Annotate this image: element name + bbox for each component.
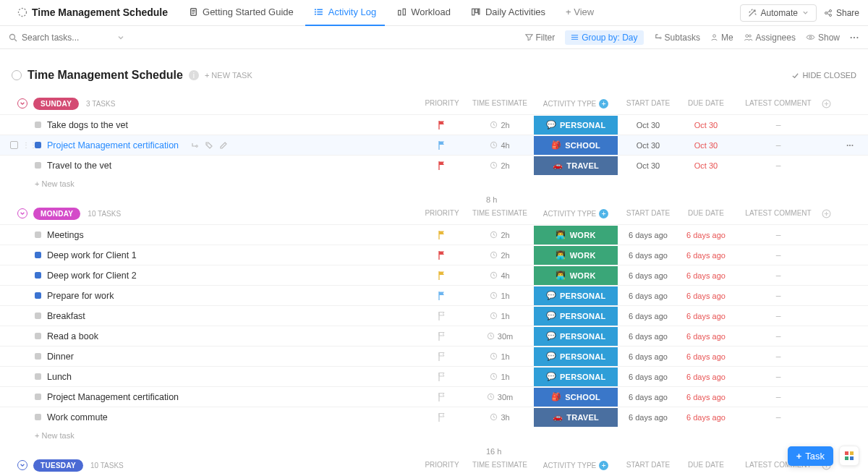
group-name-badge[interactable]: TUESDAY [33,459,83,472]
latest-comment-cell[interactable]: – [735,286,822,305]
priority-cell[interactable] [417,326,467,346]
activity-type-cell[interactable]: 🚗TRAVEL [532,407,619,427]
latest-comment-cell[interactable]: – [735,156,822,175]
col-due-header[interactable]: DUE DATE [677,99,735,109]
time-estimate-cell[interactable]: 30m [467,326,532,346]
start-date-cell[interactable]: Oct 30 [619,115,677,135]
col-time-header[interactable]: TIME ESTIMATE [467,461,532,470]
view-tab-workload[interactable]: Workload [388,0,459,26]
search-input[interactable] [22,33,101,43]
task-row[interactable]: ⋮⋮ Take dogs to the vet 2h 💬PERSONAL Oct… [0,114,868,135]
group-collapse-button[interactable] [17,460,27,470]
group-by-button[interactable]: Group by: Day [565,30,643,45]
activity-type-cell[interactable]: 💬PERSONAL [532,306,619,326]
due-date-cell[interactable]: 6 days ago [677,367,735,386]
status-square-icon[interactable] [35,414,41,420]
priority-cell[interactable] [417,367,467,386]
view-tab-getting-started-guide[interactable]: Getting Started Guide [179,0,302,26]
edit-icon[interactable] [219,141,228,150]
show-button[interactable]: Show [806,33,840,43]
status-circle-icon[interactable] [12,70,22,80]
col-comment-header[interactable]: LATEST COMMENT [735,209,822,218]
task-name[interactable]: Deep work for Client 2 [47,271,137,281]
task-row[interactable]: ⋮⋮ Project Management certification 30m … [0,386,868,407]
col-priority-header[interactable]: PRIORITY [417,209,467,218]
priority-cell[interactable] [417,407,467,427]
chevron-down-icon[interactable] [117,34,124,41]
row-more-button[interactable]: ··· [846,140,854,150]
latest-comment-cell[interactable]: – [735,135,822,155]
latest-comment-cell[interactable]: – [735,387,822,407]
status-square-icon[interactable] [35,313,41,319]
apps-float-button[interactable] [839,446,859,466]
search-box[interactable] [9,33,124,43]
status-square-icon[interactable] [35,162,41,169]
due-date-cell[interactable]: 6 days ago [677,347,735,366]
time-estimate-cell[interactable]: 2h [467,156,532,175]
new-task-header-button[interactable]: + NEW TASK [205,71,252,80]
start-date-cell[interactable]: 6 days ago [619,225,677,245]
latest-comment-cell[interactable]: – [735,306,822,326]
subtasks-button[interactable]: Subtasks [654,33,700,43]
task-row[interactable]: ⋮⋮ Work commute 3h 🚗TRAVEL 6 days ago 6 … [0,407,868,427]
task-name[interactable]: Project Management certification [47,392,179,402]
task-row[interactable]: ⋮⋮ Dinner 1h 💬PERSONAL 6 days ago 6 days… [0,346,868,366]
activity-type-cell[interactable]: 💬PERSONAL [532,115,619,135]
task-row[interactable]: ⋮⋮ Breakfast 1h 💬PERSONAL 6 days ago 6 d… [0,305,868,326]
time-estimate-cell[interactable]: 2h [467,225,532,245]
start-date-cell[interactable]: 6 days ago [619,306,677,326]
latest-comment-cell[interactable]: – [735,245,822,265]
share-button[interactable]: Share [824,8,859,18]
task-name[interactable]: Meetings [47,230,84,240]
due-date-cell[interactable]: 6 days ago [677,265,735,285]
due-date-cell[interactable]: Oct 30 [677,156,735,175]
priority-cell[interactable] [417,115,467,135]
status-square-icon[interactable] [35,231,41,238]
activity-type-cell[interactable]: 💬PERSONAL [532,326,619,346]
time-estimate-cell[interactable]: 1h [467,306,532,326]
latest-comment-cell[interactable]: – [735,407,822,427]
priority-cell[interactable] [417,286,467,305]
col-start-header[interactable]: START DATE [619,209,677,218]
task-name[interactable]: Breakfast [47,311,85,321]
task-name[interactable]: Read a book [47,331,98,341]
priority-cell[interactable] [417,156,467,175]
due-date-cell[interactable]: 6 days ago [677,245,735,265]
latest-comment-cell[interactable]: – [735,326,822,346]
activity-type-cell[interactable]: 🎒SCHOOL [532,135,619,155]
view-tab-activity-log[interactable]: Activity Log [305,0,385,26]
col-comment-header[interactable]: LATEST COMMENT [735,99,822,109]
priority-cell[interactable] [417,387,467,407]
drag-handle-icon[interactable]: ⋮⋮ [22,141,37,149]
activity-type-cell[interactable]: 💬PERSONAL [532,367,619,386]
latest-comment-cell[interactable]: – [735,347,822,366]
info-icon[interactable]: i [189,70,199,80]
activity-type-cell[interactable]: 🚗TRAVEL [532,156,619,175]
col-start-header[interactable]: START DATE [619,99,677,109]
col-priority-header[interactable]: PRIORITY [417,461,467,470]
col-activity-header[interactable]: ACTIVITY TYPE + [532,99,619,109]
status-square-icon[interactable] [35,353,41,360]
start-date-cell[interactable]: 6 days ago [619,407,677,427]
status-square-icon[interactable] [35,333,41,339]
start-date-cell[interactable]: 6 days ago [619,367,677,386]
due-date-cell[interactable]: 6 days ago [677,306,735,326]
priority-cell[interactable] [417,225,467,245]
activity-type-cell[interactable]: 👨‍💻WORK [532,265,619,285]
due-date-cell[interactable]: 6 days ago [677,326,735,346]
time-estimate-cell[interactable]: 4h [467,135,532,155]
activity-type-cell[interactable]: 🎒SCHOOL [532,387,619,407]
due-date-cell[interactable]: 6 days ago [677,387,735,407]
task-name[interactable]: Lunch [47,372,72,382]
add-view-button[interactable]: + View [557,0,603,26]
task-row[interactable]: ⋮⋮ Travel to the vet 2h 🚗TRAVEL Oct 30 O… [0,155,868,175]
col-priority-header[interactable]: PRIORITY [417,99,467,109]
filter-button[interactable]: Filter [525,33,556,43]
due-date-cell[interactable]: 6 days ago [677,225,735,245]
task-name[interactable]: Project Management certification [47,140,179,150]
priority-cell[interactable] [417,135,467,155]
status-square-icon[interactable] [35,122,41,128]
start-date-cell[interactable]: Oct 30 [619,135,677,155]
hide-closed-button[interactable]: HIDE CLOSED [791,71,856,80]
view-tab-daily-activities[interactable]: Daily Activities [462,0,554,26]
